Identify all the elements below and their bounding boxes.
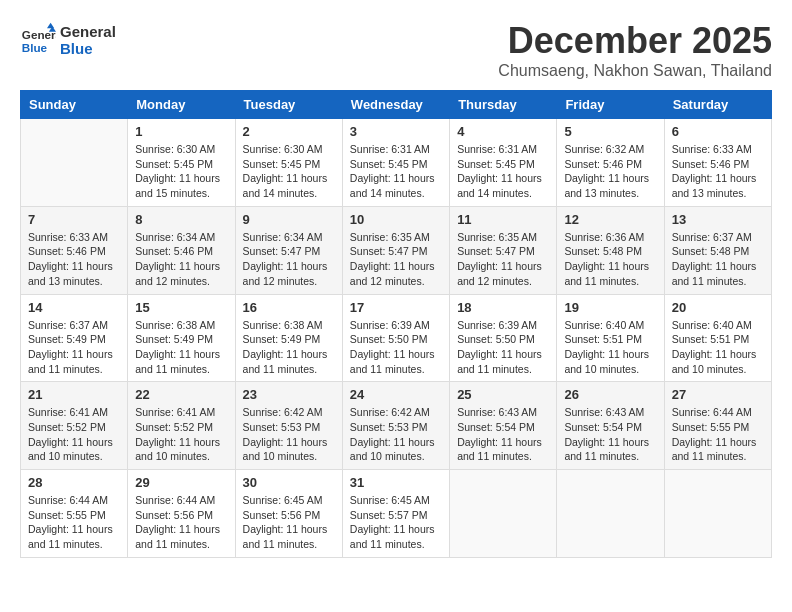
calendar-cell: 25Sunrise: 6:43 AMSunset: 5:54 PMDayligh… [450,382,557,470]
day-number: 15 [135,300,227,315]
calendar-cell: 4Sunrise: 6:31 AMSunset: 5:45 PMDaylight… [450,119,557,207]
calendar-cell: 7Sunrise: 6:33 AMSunset: 5:46 PMDaylight… [21,206,128,294]
calendar-week-row: 21Sunrise: 6:41 AMSunset: 5:52 PMDayligh… [21,382,772,470]
day-number: 2 [243,124,335,139]
weekday-header-wednesday: Wednesday [342,91,449,119]
day-info: Sunrise: 6:39 AMSunset: 5:50 PMDaylight:… [350,318,442,377]
weekday-header-tuesday: Tuesday [235,91,342,119]
calendar-cell: 9Sunrise: 6:34 AMSunset: 5:47 PMDaylight… [235,206,342,294]
day-number: 14 [28,300,120,315]
logo: General Blue General Blue [20,20,116,57]
day-number: 30 [243,475,335,490]
calendar-week-row: 14Sunrise: 6:37 AMSunset: 5:49 PMDayligh… [21,294,772,382]
calendar-cell: 26Sunrise: 6:43 AMSunset: 5:54 PMDayligh… [557,382,664,470]
day-number: 10 [350,212,442,227]
calendar-cell [557,470,664,558]
day-number: 22 [135,387,227,402]
day-info: Sunrise: 6:44 AMSunset: 5:55 PMDaylight:… [28,493,120,552]
calendar-cell: 21Sunrise: 6:41 AMSunset: 5:52 PMDayligh… [21,382,128,470]
calendar-header-row: SundayMondayTuesdayWednesdayThursdayFrid… [21,91,772,119]
day-info: Sunrise: 6:42 AMSunset: 5:53 PMDaylight:… [350,405,442,464]
calendar-cell: 27Sunrise: 6:44 AMSunset: 5:55 PMDayligh… [664,382,771,470]
day-info: Sunrise: 6:44 AMSunset: 5:56 PMDaylight:… [135,493,227,552]
calendar-cell: 13Sunrise: 6:37 AMSunset: 5:48 PMDayligh… [664,206,771,294]
calendar-cell: 17Sunrise: 6:39 AMSunset: 5:50 PMDayligh… [342,294,449,382]
day-number: 5 [564,124,656,139]
calendar-cell: 20Sunrise: 6:40 AMSunset: 5:51 PMDayligh… [664,294,771,382]
day-info: Sunrise: 6:37 AMSunset: 5:49 PMDaylight:… [28,318,120,377]
calendar-cell: 11Sunrise: 6:35 AMSunset: 5:47 PMDayligh… [450,206,557,294]
calendar-cell: 18Sunrise: 6:39 AMSunset: 5:50 PMDayligh… [450,294,557,382]
calendar-cell: 14Sunrise: 6:37 AMSunset: 5:49 PMDayligh… [21,294,128,382]
day-info: Sunrise: 6:34 AMSunset: 5:47 PMDaylight:… [243,230,335,289]
day-info: Sunrise: 6:45 AMSunset: 5:56 PMDaylight:… [243,493,335,552]
day-info: Sunrise: 6:33 AMSunset: 5:46 PMDaylight:… [28,230,120,289]
title-area: December 2025 Chumsaeng, Nakhon Sawan, T… [498,20,772,80]
day-info: Sunrise: 6:39 AMSunset: 5:50 PMDaylight:… [457,318,549,377]
day-number: 18 [457,300,549,315]
day-number: 28 [28,475,120,490]
day-info: Sunrise: 6:31 AMSunset: 5:45 PMDaylight:… [350,142,442,201]
month-title: December 2025 [498,20,772,62]
day-info: Sunrise: 6:30 AMSunset: 5:45 PMDaylight:… [243,142,335,201]
logo-icon: General Blue [20,21,56,57]
day-number: 25 [457,387,549,402]
calendar-cell: 2Sunrise: 6:30 AMSunset: 5:45 PMDaylight… [235,119,342,207]
day-number: 12 [564,212,656,227]
calendar-table: SundayMondayTuesdayWednesdayThursdayFrid… [20,90,772,558]
calendar-cell: 15Sunrise: 6:38 AMSunset: 5:49 PMDayligh… [128,294,235,382]
calendar-cell: 23Sunrise: 6:42 AMSunset: 5:53 PMDayligh… [235,382,342,470]
day-info: Sunrise: 6:34 AMSunset: 5:46 PMDaylight:… [135,230,227,289]
day-info: Sunrise: 6:33 AMSunset: 5:46 PMDaylight:… [672,142,764,201]
day-number: 20 [672,300,764,315]
day-info: Sunrise: 6:41 AMSunset: 5:52 PMDaylight:… [28,405,120,464]
calendar-cell: 28Sunrise: 6:44 AMSunset: 5:55 PMDayligh… [21,470,128,558]
calendar-cell [450,470,557,558]
calendar-cell: 16Sunrise: 6:38 AMSunset: 5:49 PMDayligh… [235,294,342,382]
day-info: Sunrise: 6:30 AMSunset: 5:45 PMDaylight:… [135,142,227,201]
calendar-week-row: 28Sunrise: 6:44 AMSunset: 5:55 PMDayligh… [21,470,772,558]
day-number: 9 [243,212,335,227]
day-number: 8 [135,212,227,227]
calendar-cell: 22Sunrise: 6:41 AMSunset: 5:52 PMDayligh… [128,382,235,470]
svg-marker-2 [47,22,54,27]
calendar-cell: 8Sunrise: 6:34 AMSunset: 5:46 PMDaylight… [128,206,235,294]
calendar-cell: 3Sunrise: 6:31 AMSunset: 5:45 PMDaylight… [342,119,449,207]
location-subtitle: Chumsaeng, Nakhon Sawan, Thailand [498,62,772,80]
day-number: 4 [457,124,549,139]
calendar-cell: 1Sunrise: 6:30 AMSunset: 5:45 PMDaylight… [128,119,235,207]
calendar-cell [21,119,128,207]
weekday-header-saturday: Saturday [664,91,771,119]
day-info: Sunrise: 6:37 AMSunset: 5:48 PMDaylight:… [672,230,764,289]
calendar-week-row: 1Sunrise: 6:30 AMSunset: 5:45 PMDaylight… [21,119,772,207]
day-info: Sunrise: 6:44 AMSunset: 5:55 PMDaylight:… [672,405,764,464]
day-number: 23 [243,387,335,402]
day-info: Sunrise: 6:40 AMSunset: 5:51 PMDaylight:… [672,318,764,377]
day-number: 31 [350,475,442,490]
calendar-cell: 30Sunrise: 6:45 AMSunset: 5:56 PMDayligh… [235,470,342,558]
day-number: 16 [243,300,335,315]
logo-text-blue: Blue [60,41,116,58]
day-info: Sunrise: 6:42 AMSunset: 5:53 PMDaylight:… [243,405,335,464]
day-info: Sunrise: 6:38 AMSunset: 5:49 PMDaylight:… [243,318,335,377]
calendar-cell: 31Sunrise: 6:45 AMSunset: 5:57 PMDayligh… [342,470,449,558]
weekday-header-monday: Monday [128,91,235,119]
logo-text-general: General [60,24,116,41]
day-info: Sunrise: 6:35 AMSunset: 5:47 PMDaylight:… [350,230,442,289]
calendar-cell: 12Sunrise: 6:36 AMSunset: 5:48 PMDayligh… [557,206,664,294]
calendar-cell: 5Sunrise: 6:32 AMSunset: 5:46 PMDaylight… [557,119,664,207]
day-number: 13 [672,212,764,227]
day-info: Sunrise: 6:35 AMSunset: 5:47 PMDaylight:… [457,230,549,289]
day-info: Sunrise: 6:43 AMSunset: 5:54 PMDaylight:… [457,405,549,464]
day-info: Sunrise: 6:43 AMSunset: 5:54 PMDaylight:… [564,405,656,464]
day-info: Sunrise: 6:45 AMSunset: 5:57 PMDaylight:… [350,493,442,552]
calendar-cell: 6Sunrise: 6:33 AMSunset: 5:46 PMDaylight… [664,119,771,207]
day-number: 17 [350,300,442,315]
calendar-cell: 19Sunrise: 6:40 AMSunset: 5:51 PMDayligh… [557,294,664,382]
day-info: Sunrise: 6:31 AMSunset: 5:45 PMDaylight:… [457,142,549,201]
page-header: General Blue General Blue December 2025 … [20,20,772,80]
day-info: Sunrise: 6:38 AMSunset: 5:49 PMDaylight:… [135,318,227,377]
calendar-cell: 24Sunrise: 6:42 AMSunset: 5:53 PMDayligh… [342,382,449,470]
day-info: Sunrise: 6:41 AMSunset: 5:52 PMDaylight:… [135,405,227,464]
weekday-header-friday: Friday [557,91,664,119]
